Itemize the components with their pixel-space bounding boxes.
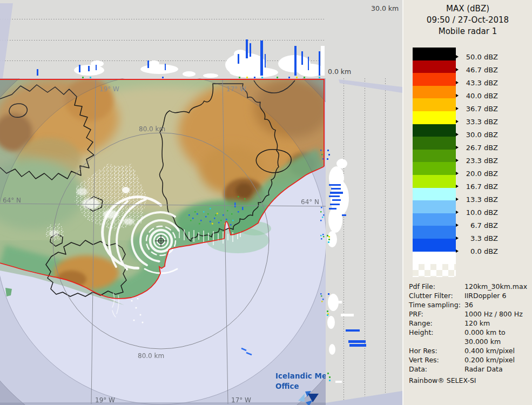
colorbar-segment bbox=[413, 264, 456, 277]
scan-metadata-table: Pdf File:120km_30km.maxClutter Filter:II… bbox=[409, 282, 530, 385]
legend-value-label: 3.3 dBZ bbox=[460, 234, 498, 242]
metadata-label: Range: bbox=[409, 319, 464, 328]
product-title: MAX (dBZ) bbox=[403, 3, 532, 15]
colorbar-segment bbox=[413, 124, 456, 137]
metadata-label: PRF: bbox=[409, 309, 464, 319]
profile-max-height-label: 30.0 km bbox=[371, 4, 399, 12]
legend-value-label: 6.7 dBZ bbox=[460, 221, 498, 230]
colorbar-segment bbox=[413, 60, 456, 73]
metadata-label: Clutter Filter: bbox=[409, 291, 464, 300]
colorbar-segment bbox=[413, 48, 456, 60]
legend-value-label: 36.7 dBZ bbox=[460, 105, 498, 113]
lat64-left-label: 64° N bbox=[3, 197, 21, 204]
colorbar-segment bbox=[413, 98, 456, 111]
metadata-row: 30.000 km bbox=[409, 337, 530, 346]
tick-arrow-icon bbox=[456, 198, 459, 201]
metadata-label: Vert Res: bbox=[409, 355, 464, 364]
metadata-label: Height: bbox=[409, 328, 464, 337]
legend-value-label: 10.0 dBZ bbox=[460, 208, 498, 217]
tick-arrow-icon bbox=[456, 211, 459, 214]
colorbar-segment bbox=[413, 252, 456, 265]
legend-entry: 0.0 dBZ bbox=[456, 247, 498, 255]
legend-entry: 36.7 dBZ bbox=[456, 104, 498, 113]
legend-entry: 26.7 dBZ bbox=[456, 143, 498, 152]
metadata-value: 120km_30km.max bbox=[464, 282, 530, 291]
metadata-label bbox=[409, 337, 464, 346]
tick-arrow-icon bbox=[456, 159, 459, 162]
right-projection-canvas bbox=[326, 78, 402, 405]
legend-entry: 3.3 dBZ bbox=[456, 234, 498, 242]
legend-entry: 43.3 dBZ bbox=[456, 78, 498, 87]
radar-application-window: 30.0 km 0.0 km bbox=[0, 0, 532, 405]
legend-value-label: 23.3 dBZ bbox=[460, 157, 498, 165]
radar-map-viewport[interactable]: 19° W 17° W 19° W 17° W 64° N 64° N 80.0… bbox=[0, 78, 326, 405]
legend-entry: 33.3 dBZ bbox=[456, 117, 498, 126]
sidebar-header: MAX (dBZ) 09:50 / 27-Oct-2018 Mobile rad… bbox=[403, 3, 532, 37]
legend-value-label: 20.0 dBZ bbox=[460, 170, 498, 178]
tick-arrow-icon bbox=[456, 94, 459, 97]
tick-arrow-icon bbox=[456, 133, 459, 136]
legend-entry: 10.0 dBZ bbox=[456, 208, 498, 217]
imo-logo-text-line2: Office bbox=[275, 382, 299, 390]
metadata-row: Vert Res:0.200 km/pixel bbox=[409, 355, 530, 364]
colorbar-segment bbox=[413, 162, 456, 175]
tick-arrow-icon bbox=[456, 237, 459, 240]
tick-arrow-icon bbox=[456, 224, 459, 227]
metadata-value: Radar Data bbox=[464, 364, 530, 374]
colorbar-segment bbox=[413, 226, 456, 239]
software-name-label: Rainbow® SELEX-SI bbox=[409, 376, 530, 385]
metadata-row: Height:0.000 km to bbox=[409, 328, 530, 337]
lon17-top-label: 17° W bbox=[226, 85, 246, 93]
metadata-label: Data: bbox=[409, 364, 464, 374]
lat64-right-label: 64° N bbox=[301, 198, 319, 206]
scan-datetime: 09:50 / 27-Oct-2018 bbox=[403, 15, 532, 26]
legend-value-label: 0.0 dBZ bbox=[460, 247, 498, 255]
legend-entry: 20.0 dBZ bbox=[456, 169, 498, 178]
legend-entry: 16.7 dBZ bbox=[456, 182, 498, 191]
tick-arrow-icon bbox=[456, 172, 459, 175]
colorbar-segment bbox=[413, 150, 456, 163]
colorbar-segment bbox=[413, 86, 456, 99]
range-ring-bottom-label: 80.0 km bbox=[138, 352, 164, 360]
colorbar-segment bbox=[413, 213, 456, 226]
colorbar-segment bbox=[413, 111, 456, 124]
legend-value-label: 46.7 dBZ bbox=[460, 66, 498, 74]
metadata-value: 0.000 km to bbox=[464, 328, 530, 337]
legend-value-label: 50.0 dBZ bbox=[460, 53, 498, 61]
imo-logo-text-line1: Icelandic Met bbox=[275, 372, 326, 380]
legend-value-label: 26.7 dBZ bbox=[460, 144, 498, 152]
metadata-row: Range:120 km bbox=[409, 319, 530, 328]
legend-value-label: 33.3 dBZ bbox=[460, 118, 498, 126]
colorbar-segment bbox=[413, 200, 456, 213]
lon19-top-label: 19° W bbox=[99, 85, 119, 93]
dbz-colorbar bbox=[413, 48, 456, 277]
colorbar-segment bbox=[413, 73, 456, 86]
tick-arrow-icon bbox=[456, 107, 459, 110]
legend-entry: 23.3 dBZ bbox=[456, 156, 498, 165]
top-projection-canvas bbox=[0, 0, 402, 78]
metadata-value: IIRDoppler 6 bbox=[464, 291, 530, 300]
metadata-value: 0.200 km/pixel bbox=[464, 355, 530, 364]
tick-arrow-icon bbox=[456, 120, 459, 123]
lon17-bottom-label: 17° W bbox=[231, 396, 251, 404]
legend-value-label: 30.0 dBZ bbox=[460, 131, 498, 139]
lon19-bottom-label: 19° W bbox=[95, 396, 115, 404]
metadata-row: Time sampling:36 bbox=[409, 300, 530, 309]
tick-arrow-icon bbox=[456, 249, 459, 253]
profile-min-height-label: 0.0 km bbox=[328, 68, 351, 76]
colorbar-segment bbox=[413, 137, 456, 150]
colorbar-segment bbox=[413, 175, 456, 188]
metadata-value: 120 km bbox=[464, 319, 530, 328]
legend-value-label: 43.3 dBZ bbox=[460, 79, 498, 87]
tick-arrow-icon bbox=[456, 185, 459, 188]
right-height-projection-panel bbox=[326, 78, 402, 405]
colorbar-segment bbox=[413, 239, 456, 252]
tick-arrow-icon bbox=[456, 81, 459, 84]
legend-entry: 46.7 dBZ bbox=[456, 65, 498, 74]
metadata-row: Data:Radar Data bbox=[409, 364, 530, 374]
metadata-row: Hor Res:0.400 km/pixel bbox=[409, 346, 530, 355]
metadata-value: 0.400 km/pixel bbox=[464, 346, 530, 355]
legend-entry: 50.0 dBZ bbox=[456, 52, 498, 61]
metadata-row: Pdf File:120km_30km.max bbox=[409, 282, 530, 291]
metadata-value: 30.000 km bbox=[464, 337, 530, 346]
